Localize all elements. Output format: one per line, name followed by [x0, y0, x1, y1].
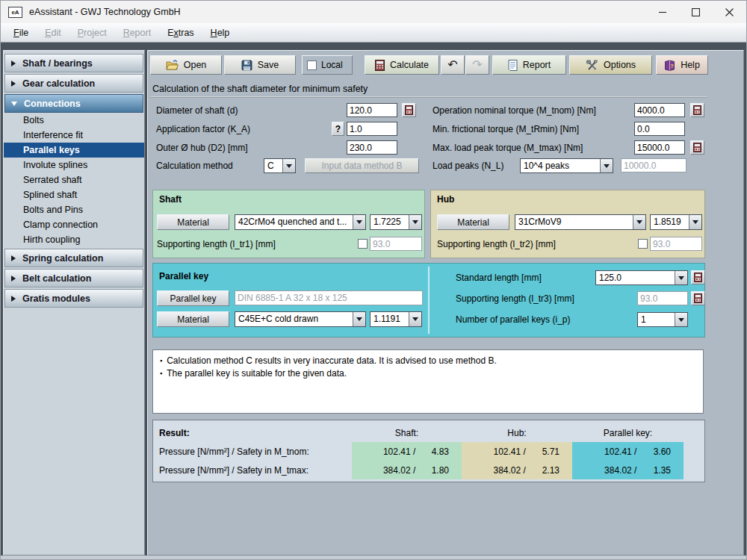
hub-material-select[interactable]: 31CrMoV9	[515, 214, 646, 230]
message-box: Calculation method C results in very ina…	[152, 349, 704, 414]
help-button[interactable]: ? Help	[656, 55, 708, 75]
hub-supporting-checkbox[interactable]	[638, 239, 648, 249]
load-peaks-select[interactable]: 10^4 peaks	[520, 158, 613, 173]
sidebar-item-clamp-connection[interactable]: Clamp connection	[4, 217, 144, 232]
local-label: Local	[321, 60, 343, 70]
chevron-right-icon	[11, 276, 16, 281]
key-supporting-row: Supporting length (l_tr3) [mm]	[456, 291, 574, 306]
outer-hub-label: Outer Ø hub (D2) [mm]	[156, 143, 248, 153]
chevron-down-icon	[353, 312, 365, 326]
app-window: eA eAssistant - GWJ Technology GmbH File…	[0, 0, 747, 560]
calc-method-row: Calculation method	[156, 158, 233, 173]
status-text: Calculation of the shaft diameter for mi…	[152, 84, 368, 94]
sidebar-item-hirth-coupling[interactable]: Hirth coupling	[4, 232, 144, 247]
minimize-button[interactable]	[645, 1, 679, 23]
svg-text:?: ?	[670, 62, 674, 69]
shaft-material-number-select[interactable]: 1.7225	[370, 214, 422, 230]
m-tmax-input[interactable]	[634, 140, 685, 155]
hub-panel-title: Hub	[437, 194, 454, 205]
shaft-supporting-label: Supporting length (l_tr1) [mm]	[157, 239, 276, 249]
sidebar-section-gratis-modules[interactable]: Gratis modules	[4, 289, 143, 308]
application-factor-input[interactable]	[347, 122, 397, 136]
chevron-down-icon	[600, 159, 613, 172]
key-supporting-calc-button[interactable]	[691, 291, 705, 305]
sidebar-item-involute-splines[interactable]: Involute splines	[4, 158, 144, 172]
hub-material-number-value: 1.8519	[651, 215, 689, 229]
diameter-input[interactable]	[347, 103, 397, 117]
redo-icon: ↷	[472, 59, 482, 71]
shaft-material-button[interactable]: Material	[157, 214, 229, 230]
local-panel: Local	[302, 55, 353, 75]
parallel-key-material-button[interactable]: Material	[157, 311, 229, 327]
standard-length-select[interactable]: 125.0	[595, 270, 688, 285]
sidebar-item-serrated-shaft[interactable]: Serrated shaft	[4, 172, 144, 187]
diameter-calc-button[interactable]	[402, 103, 416, 117]
standard-length-calc-button[interactable]	[691, 270, 705, 284]
menu-bar: File Edit Project Report Extras Help	[1, 23, 746, 43]
parallel-key-material-select[interactable]: C45E+C cold drawn	[235, 311, 366, 327]
close-button[interactable]	[713, 1, 746, 23]
chevron-down-icon	[353, 215, 365, 229]
input-data-method-b-button: Input data method B	[305, 158, 419, 173]
result-cell-key-tnom: 102.41 /3.60	[572, 442, 684, 461]
shaft-panel-title: Shaft	[159, 194, 182, 205]
result-cell-shaft-tmax: 384.02 /1.80	[352, 461, 462, 479]
parallel-key-material-number-select[interactable]: 1.1191	[370, 311, 422, 327]
sidebar-item-bolts[interactable]: Bolts	[4, 113, 144, 128]
options-button[interactable]: Options	[569, 55, 652, 75]
sidebar-section-belt-calculation[interactable]: Belt calculation	[4, 269, 143, 287]
load-peaks-label: Load peaks (N_L)	[433, 161, 503, 171]
menu-edit: Edit	[37, 23, 69, 42]
menu-file[interactable]: File	[5, 23, 37, 42]
sidebar-item-interference-fit[interactable]: Interference fit	[4, 128, 144, 143]
sidebar-item-bolts-and-pins[interactable]: Bolts and Pins	[4, 202, 144, 217]
local-checkbox[interactable]	[307, 60, 317, 70]
result-cell-key-tmax: 384.02 /1.35	[572, 461, 684, 479]
m-tnom-input[interactable]	[634, 103, 685, 117]
hub-panel: Hub Material 31CrMoV9 1.8519 Supporting …	[430, 190, 705, 258]
parallel-key-button[interactable]: Parallel key	[157, 290, 229, 306]
results-col-hub: Hub:	[462, 423, 572, 442]
open-button[interactable]: Open	[150, 55, 222, 75]
shaft-supporting-checkbox[interactable]	[358, 239, 368, 249]
menu-help[interactable]: Help	[202, 23, 238, 42]
report-button[interactable]: Report	[492, 55, 566, 75]
m-trmin-input[interactable]	[634, 122, 685, 136]
sidebar-section-gear-calculation[interactable]: Gear calculation	[4, 74, 143, 93]
hub-supporting-row: Supporting length (l_tr2) [mm]	[437, 237, 556, 252]
calc-method-select[interactable]: C	[264, 158, 296, 173]
num-keys-select[interactable]: 1	[637, 312, 688, 327]
sidebar-item-parallel-keys[interactable]: Parallel keys	[4, 143, 144, 158]
calculator-icon	[405, 105, 413, 115]
hub-material-button[interactable]: Material	[437, 214, 509, 230]
help-book-icon: ?	[664, 60, 675, 71]
calculator-icon	[375, 60, 385, 71]
num-keys-label: Number of parallel keys (i_p)	[456, 314, 570, 325]
shaft-material-select[interactable]: 42CrMo4 quenched and t...	[235, 214, 366, 230]
parallel-key-material-number-value: 1.1191	[371, 312, 409, 326]
shaft-supporting-input	[370, 237, 422, 251]
sidebar-item-splined-shaft[interactable]: Splined shaft	[4, 187, 144, 202]
undo-button[interactable]: ↶	[441, 55, 465, 75]
m-tmax-calc-button[interactable]	[690, 140, 704, 155]
sidebar-section-shaft-bearings[interactable]: Shaft / bearings	[4, 54, 143, 72]
main-panel: Open Save Local Calculate ↶ ↷ Re	[147, 50, 744, 556]
hub-material-number-select[interactable]: 1.8519	[650, 214, 702, 230]
sidebar-section-connections[interactable]: Connections	[4, 94, 143, 113]
num-keys-value: 1	[638, 313, 675, 326]
calculate-button[interactable]: Calculate	[365, 55, 439, 75]
hub-supporting-label: Supporting length (l_tr2) [mm]	[437, 239, 556, 249]
application-factor-help-button[interactable]: ?	[332, 122, 344, 136]
menu-extras[interactable]: Extras	[159, 23, 202, 42]
module-sidebar: Shaft / bearings Gear calculation Connec…	[3, 50, 145, 556]
outer-hub-input[interactable]	[347, 140, 397, 155]
chevron-down-icon	[11, 102, 17, 106]
maximize-button[interactable]	[679, 1, 713, 23]
save-button[interactable]: Save	[224, 55, 296, 75]
sidebar-section-spring-calculation[interactable]: Spring calculation	[4, 249, 143, 267]
load-peaks-row: Load peaks (N_L)	[433, 158, 503, 173]
window-bottom-edge	[1, 556, 746, 559]
m-tnom-calc-button[interactable]	[690, 103, 704, 117]
m-tmax-row: Max. load peak torque (M_tmax) [Nm]	[433, 140, 583, 155]
results-row-label: Pressure [N/mm²] / Safety in M_tmax:	[155, 461, 352, 479]
